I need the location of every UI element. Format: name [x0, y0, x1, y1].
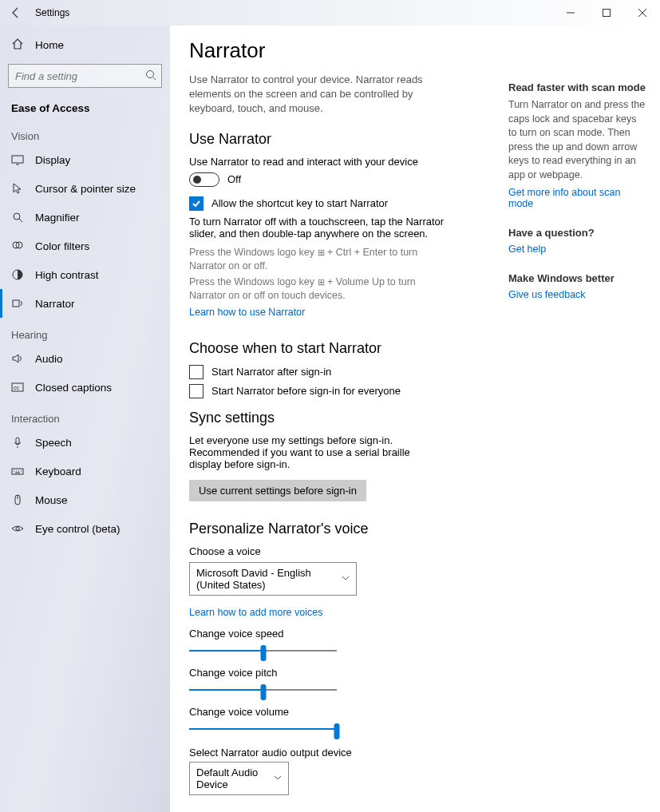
sidebar-item-eyecontrol[interactable]: Eye control (beta) — [0, 514, 170, 543]
voice-select[interactable]: Microsoft David - English (United States… — [189, 562, 357, 596]
search-input[interactable] — [8, 64, 162, 88]
chevron-down-icon — [274, 772, 282, 784]
sidebar-item-audio[interactable]: Audio — [0, 344, 170, 373]
learn-voices-link[interactable]: Learn how to add more voices — [189, 607, 322, 618]
colorfilters-icon — [11, 240, 24, 252]
window-title: Settings — [32, 7, 69, 18]
speed-slider[interactable] — [189, 643, 337, 659]
start-heading: Choose when to start Narrator — [189, 340, 502, 357]
volume-label: Change voice volume — [189, 706, 502, 718]
svg-text:cc: cc — [14, 385, 20, 390]
svg-point-1 — [147, 71, 154, 78]
pitch-slider[interactable] — [189, 682, 337, 698]
sidebar-item-colorfilters[interactable]: Color filters — [0, 232, 170, 260]
scan-title: Read faster with scan mode — [508, 81, 646, 93]
eye-icon — [11, 522, 24, 535]
pitch-label: Change voice pitch — [189, 667, 502, 679]
sidebar: Home Ease of Access Vision Display Curso… — [0, 26, 170, 812]
svg-rect-10 — [16, 438, 19, 444]
home-label: Home — [35, 39, 64, 51]
main-content: Narrator Use Narrator to control your de… — [170, 26, 508, 812]
svg-rect-7 — [13, 300, 19, 307]
use-heading: Use Narrator — [189, 131, 502, 148]
feedback-link[interactable]: Give us feedback — [508, 289, 646, 300]
sidebar-item-mouse[interactable]: Mouse — [0, 485, 170, 514]
search-icon — [144, 69, 157, 84]
sync-desc: Let everyone use my settings before sign… — [189, 434, 445, 470]
speech-icon — [11, 436, 24, 449]
better-title: Make Windows better — [508, 272, 646, 284]
output-select[interactable]: Default Audio Device — [189, 762, 289, 795]
display-icon — [11, 153, 24, 166]
sidebar-item-keyboard[interactable]: Keyboard — [0, 457, 170, 485]
keyboard-hint-2: Press the Windows logo key ⊞ + Volume Up… — [189, 275, 445, 303]
volume-slider[interactable] — [189, 721, 337, 737]
category-label: Ease of Access — [0, 96, 170, 119]
help-link[interactable]: Get help — [508, 244, 646, 255]
cc-icon: cc — [11, 381, 24, 394]
start-before-checkbox[interactable] — [189, 384, 204, 398]
chevron-down-icon — [342, 572, 350, 584]
narrator-icon — [11, 297, 24, 310]
aside-panel: Read faster with scan mode Turn Narrator… — [508, 26, 660, 812]
page-title: Narrator — [189, 38, 502, 63]
cursor-icon — [11, 182, 24, 195]
sync-button[interactable]: Use current settings before sign-in — [189, 480, 366, 501]
svg-point-3 — [14, 213, 20, 220]
group-vision: Vision — [0, 119, 170, 145]
shortcut-label: Allow the shortcut key to start Narrator — [211, 197, 388, 209]
shortcut-checkbox[interactable] — [189, 196, 204, 211]
audio-icon — [11, 352, 24, 365]
scan-desc: Turn Narrator on and press the caps lock… — [508, 98, 646, 182]
svg-rect-0 — [603, 10, 610, 17]
use-narrator-toggle[interactable] — [189, 172, 219, 187]
svg-rect-2 — [12, 156, 23, 163]
magnifier-icon — [11, 211, 24, 224]
sidebar-item-highcontrast[interactable]: High contrast — [0, 260, 170, 289]
keyboard-hint-1: Press the Windows logo key ⊞ + Ctrl + En… — [189, 246, 445, 274]
page-intro: Use Narrator to control your device. Nar… — [189, 73, 445, 117]
touchscreen-hint: To turn Narrator off with a touchscreen,… — [189, 216, 445, 240]
voice-heading: Personalize Narrator's voice — [189, 521, 502, 537]
start-after-checkbox[interactable] — [189, 365, 204, 379]
learn-narrator-link[interactable]: Learn how to use Narrator — [189, 307, 305, 318]
highcontrast-icon — [11, 268, 24, 281]
back-button[interactable] — [0, 0, 32, 26]
keyboard-icon — [11, 465, 24, 477]
use-toggle-state: Off — [227, 173, 241, 185]
sidebar-item-magnifier[interactable]: Magnifier — [0, 203, 170, 232]
home-icon — [11, 38, 24, 53]
maximize-button[interactable] — [588, 0, 624, 26]
speed-label: Change voice speed — [189, 628, 502, 640]
home-nav[interactable]: Home — [0, 30, 170, 59]
sidebar-item-closedcaptions[interactable]: ccClosed captions — [0, 373, 170, 402]
close-button[interactable] — [624, 0, 660, 26]
sidebar-item-display[interactable]: Display — [0, 145, 170, 174]
choose-voice-label: Choose a voice — [189, 545, 502, 557]
svg-point-13 — [16, 527, 19, 530]
scan-link[interactable]: Get more info about scan mode — [508, 187, 646, 209]
output-label: Select Narrator audio output device — [189, 747, 502, 759]
mouse-icon — [11, 493, 24, 506]
question-title: Have a question? — [508, 227, 646, 239]
sidebar-item-cursor[interactable]: Cursor & pointer size — [0, 174, 170, 203]
minimize-button[interactable] — [552, 0, 588, 26]
sidebar-item-speech[interactable]: Speech — [0, 428, 170, 457]
group-interaction: Interaction — [0, 402, 170, 428]
use-toggle-label: Use Narrator to read and interact with y… — [189, 156, 502, 168]
emphasize-label: Emphasize formatted text — [189, 810, 502, 812]
sidebar-item-narrator[interactable]: Narrator — [0, 289, 170, 318]
sync-heading: Sync settings — [189, 410, 502, 426]
group-hearing: Hearing — [0, 318, 170, 344]
